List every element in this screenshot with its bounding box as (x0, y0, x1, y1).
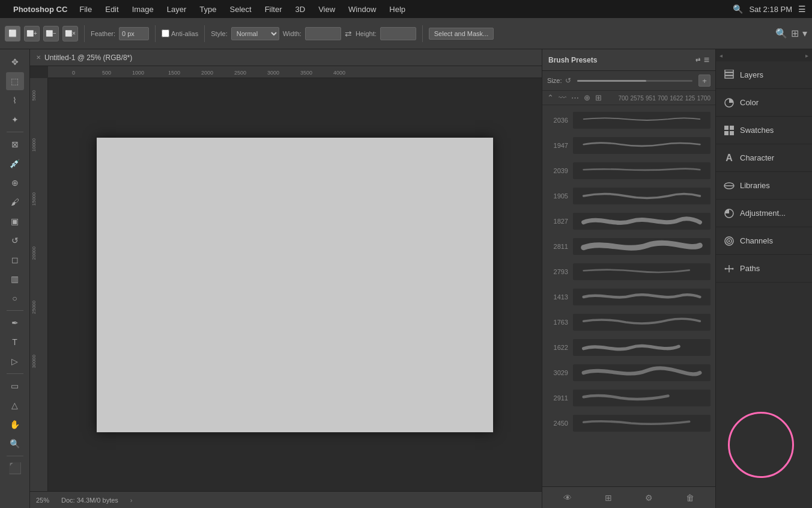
view-mode-icon[interactable]: ⊞ (791, 28, 799, 39)
menu-3d[interactable]: 3D (293, 4, 308, 15)
brush-type-2-icon[interactable]: 〰 (559, 93, 566, 102)
move-tool[interactable]: ✥ (6, 53, 24, 71)
color-label: Color (740, 98, 759, 107)
brush-type-4-icon[interactable]: ⊕ (584, 93, 590, 102)
feather-input[interactable] (119, 27, 149, 40)
brush-list-item[interactable]: 2450 (542, 411, 715, 436)
panel-item-color[interactable]: Color (716, 89, 812, 117)
brush-icons-row: ⌃ 〰 ⋯ ⊕ ⊞ 700 2575 951 700 1622 125 1700 (542, 91, 715, 105)
status-arrow[interactable]: › (130, 497, 133, 504)
swap-icon[interactable]: ⇄ (345, 29, 352, 38)
menu-filter[interactable]: Filter (262, 4, 285, 15)
brush-panel-collapse[interactable]: ⇄ (695, 57, 700, 63)
menu-image[interactable]: Image (130, 4, 156, 15)
canvas-viewport[interactable] (48, 78, 542, 491)
tool-mode-intersect[interactable]: ⬜× (62, 26, 78, 41)
select-mask-button[interactable]: Select and Mask... (429, 28, 494, 40)
menu-layer[interactable]: Layer (165, 4, 189, 15)
time-display: Sat 2:18 PM (749, 5, 792, 14)
brush-item-number: 2811 (547, 243, 568, 250)
brush-list-item[interactable]: 2911 (542, 385, 715, 411)
brush-item-number: 2450 (547, 420, 568, 427)
search-icon[interactable]: 🔍 (733, 4, 743, 14)
brush-panel-menu-btn[interactable]: ≡ (704, 55, 709, 66)
anti-alias-checkbox-container[interactable]: Anti-alias (162, 29, 198, 37)
zoom-tool[interactable]: 🔍 (6, 435, 24, 453)
brush-type-3-icon[interactable]: ⋯ (571, 93, 579, 102)
style-select[interactable]: Normal Fixed Ratio Fixed Size (231, 27, 279, 40)
brush-list-item[interactable]: 1763 (542, 310, 715, 335)
panel-item-swatches[interactable]: Swatches (716, 117, 812, 144)
height-input[interactable] (380, 27, 416, 40)
width-input[interactable] (305, 27, 341, 40)
panel-item-character[interactable]: A Character (716, 144, 812, 172)
panel-item-adjustments[interactable]: Adjustment... (716, 200, 812, 227)
tab-close-btn[interactable]: ✕ (36, 54, 41, 61)
brush-preview-toggle[interactable]: 👁 (563, 493, 572, 503)
magic-wand-tool[interactable]: ✦ (6, 111, 24, 129)
delete-brush[interactable]: 🗑 (686, 493, 694, 503)
menu-select[interactable]: Select (227, 4, 253, 15)
brush-type-5-icon[interactable]: ⊞ (595, 93, 602, 102)
brush-num-1: 700 (618, 95, 628, 102)
panel-item-libraries[interactable]: Libraries (716, 172, 812, 200)
tool-mode-add[interactable]: ⬜+ (24, 26, 40, 41)
crop-tool[interactable]: ⊠ (6, 135, 24, 153)
menu-edit[interactable]: Edit (103, 4, 121, 15)
brush-list-item[interactable]: 2811 (542, 234, 715, 259)
menu-file[interactable]: File (77, 4, 94, 15)
rectangle-tool[interactable]: ▭ (6, 377, 24, 395)
right-panel-collapse-right[interactable]: ▸ (805, 52, 808, 59)
search-icon-toolbar[interactable]: 🔍 (775, 28, 787, 39)
brush-list[interactable]: 2036194720391905182728112793141317631622… (542, 105, 715, 486)
text-tool[interactable]: T (6, 333, 24, 351)
brush-list-item[interactable]: 1947 (542, 133, 715, 158)
canvas-tab-title: Untitled-1 @ 25% (RGB/8*) (44, 54, 132, 62)
brush-list-item[interactable]: 2036 (542, 108, 715, 133)
marquee-tool[interactable]: ⬚ (6, 72, 24, 90)
healing-brush-tool[interactable]: ⊕ (6, 174, 24, 192)
pen-tool[interactable]: ✒ (6, 314, 24, 332)
brush-list-item[interactable]: 1413 (542, 284, 715, 310)
brush-list-item[interactable]: 1827 (542, 209, 715, 234)
brush-type-1-icon[interactable]: ⌃ (547, 93, 554, 102)
eyedropper-tool[interactable]: 💉 (6, 155, 24, 173)
brush-settings[interactable]: ⚙ (645, 493, 653, 503)
svg-rect-7 (730, 131, 734, 135)
dodge-tool[interactable]: ○ (6, 289, 24, 307)
brush-list-item[interactable]: 2793 (542, 259, 715, 284)
brush-list-item[interactable]: 2039 (542, 158, 715, 183)
panel-item-layers[interactable]: Layers (716, 61, 812, 89)
workspace-dropdown[interactable]: ▾ (802, 28, 807, 39)
hand-tool[interactable]: ✋ (6, 415, 24, 433)
new-brush-btn[interactable]: + (698, 75, 710, 87)
triangle-tool[interactable]: △ (6, 396, 24, 414)
history-brush-tool[interactable]: ↺ (6, 231, 24, 249)
menu-type[interactable]: Type (197, 4, 219, 15)
menu-view[interactable]: View (316, 4, 338, 15)
size-slider[interactable] (577, 80, 692, 82)
brush-list-item[interactable]: 1622 (542, 335, 715, 360)
brush-list-item[interactable]: 1905 (542, 183, 715, 209)
foreground-color[interactable]: ⬛ (6, 459, 24, 477)
right-panel-collapse-left[interactable]: ◂ (720, 52, 723, 59)
panel-item-paths[interactable]: Paths (716, 255, 812, 283)
tool-mode-sub[interactable]: ⬜− (43, 26, 59, 41)
lasso-tool[interactable]: ⌇ (6, 91, 24, 109)
brush-presets-panel: Brush Presets ⇄ ≡ Size: ↺ + ⌃ 〰 ⋯ ⊕ ⊞ 70… (542, 49, 716, 508)
brush-list-item[interactable]: 3029 (542, 360, 715, 385)
path-selection-tool[interactable]: ▷ (6, 352, 24, 370)
clone-stamp-tool[interactable]: ▣ (6, 212, 24, 230)
size-refresh-btn[interactable]: ↺ (565, 76, 571, 85)
menu-help[interactable]: Help (387, 4, 408, 15)
brush-panel-bottom: 👁 ⊞ ⚙ 🗑 (542, 486, 715, 508)
brush-num-6: 125 (685, 95, 695, 102)
panel-item-channels[interactable]: Channels (716, 227, 812, 255)
tool-mode-rect[interactable]: ⬜ (5, 26, 20, 41)
eraser-tool[interactable]: ◻ (6, 251, 24, 269)
create-new-brush[interactable]: ⊞ (605, 493, 612, 503)
gradient-tool[interactable]: ▥ (6, 270, 24, 288)
brush-tool[interactable]: 🖌 (6, 193, 24, 211)
anti-alias-checkbox[interactable] (162, 29, 169, 37)
menu-window[interactable]: Window (346, 4, 378, 15)
